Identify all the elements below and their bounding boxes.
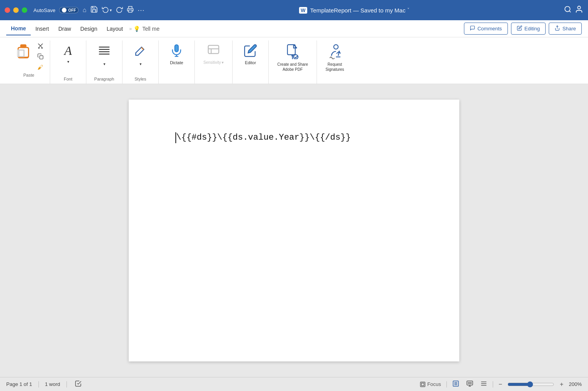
home-icon: ⌂ [82,7,86,14]
zoom-in-button[interactable]: + [558,380,565,389]
copy-button[interactable] [36,53,45,61]
sensitivity-arrow[interactable]: ▾ [222,60,224,65]
sensitivity-button[interactable]: Sensitivity ▾ [201,42,226,66]
paste-button[interactable] [12,42,34,62]
styles-label: Styles [135,77,146,84]
document-content[interactable]: \{{#ds}}\{{ds.value.Year}}\{{/ds}} [175,131,413,144]
menu-home[interactable]: Home [6,22,31,35]
document-page[interactable]: \{{#ds}}\{{ds.value.Year}}\{{/ds}} [129,100,459,361]
focus-button[interactable]: Focus [418,380,443,388]
menu-insert[interactable]: Insert [31,23,54,35]
comments-icon [470,25,475,32]
save-button[interactable] [90,5,98,15]
tell-me-area[interactable]: 💡 Tell me [133,26,159,32]
zoom-out-button[interactable]: − [497,380,504,389]
paragraph-button[interactable]: ▾ [93,42,116,68]
undo-icon [102,6,109,14]
ribbon-group-paste: 🖌 Paste [6,40,50,84]
svg-point-10 [42,47,43,49]
paragraph-label: Paragraph [94,77,114,84]
pdf-label: Create and ShareAdobe PDF [277,62,308,72]
status-right: Focus [418,379,582,389]
svg-rect-19 [175,45,178,52]
zoom-slider[interactable] [508,381,554,387]
toggle-state: OFF [68,8,76,12]
title-chevron-icon[interactable]: ˅ [407,7,410,13]
format-painter-button[interactable]: 🖌 [36,63,45,71]
paragraph-arrow[interactable]: ▾ [103,62,105,66]
outline-view-button[interactable] [479,379,489,389]
svg-point-3 [578,6,580,9]
search-button[interactable] [564,5,572,15]
share-label: Share [562,26,576,32]
dictate-icon [170,44,184,59]
editor-button[interactable]: Editor [239,42,262,67]
menu-draw[interactable]: Draw [54,23,76,35]
ribbon: 🖌 Paste A ▾ font [0,37,588,84]
print-icon [127,6,134,14]
share-button[interactable]: Share [549,23,582,35]
dictate-button[interactable]: Dictate [165,42,188,67]
signatures-label: RequestSignatures [326,62,344,72]
editing-icon [517,25,522,32]
paste-side-buttons: 🖌 [36,42,45,71]
comments-button[interactable]: Comments [464,23,508,35]
menu-layout[interactable]: Layout [102,23,128,35]
title-bar-center: W TemplateReport — Saved to my Mac ˅ [148,7,561,14]
status-sep-2 [66,381,67,387]
close-button[interactable] [5,7,10,13]
ribbon-group-editor: Editor [233,40,269,84]
ribbon-group-sensitivity: Sensitivity ▾ [195,40,233,84]
zoom-level: 200% [569,381,582,387]
web-layout-button[interactable] [465,379,475,389]
paste-group: 🖌 Paste [12,42,45,80]
fullscreen-button[interactable] [22,7,27,13]
create-pdf-button[interactable]: Create and ShareAdobe PDF [275,42,310,74]
toggle-circle [62,8,66,12]
svg-point-27 [334,45,338,49]
ribbon-group-paragraph: ▾ Paragraph [86,40,122,84]
font-group-items: A ▾ [56,40,80,77]
status-sep-1 [38,381,39,387]
document-title: W TemplateReport — Saved to my Mac ˅ [299,7,409,14]
signatures-group-items: RequestSignatures [323,40,346,84]
signatures-icon [328,44,342,60]
editor-group-items: Editor [239,40,262,84]
pdf-group-items: Create and ShareAdobe PDF [275,40,310,84]
comments-label: Comments [478,26,502,32]
redo-button[interactable] [116,6,123,14]
more-button[interactable]: ··· [138,6,145,14]
title-text: TemplateReport — Saved to my Mac [310,7,406,14]
font-arrow[interactable]: ▾ [67,60,69,64]
print-button[interactable] [127,6,134,14]
home-button[interactable]: ⌂ [82,7,86,14]
focus-label: Focus [427,381,441,387]
editing-label: Editing [525,26,540,32]
font-icon: A [64,44,72,58]
share-icon [555,25,560,32]
status-bar: Page 1 of 1 1 word Focus [0,377,588,391]
minimize-button[interactable] [13,7,19,13]
font-button[interactable]: A ▾ [56,42,80,65]
title-bar-right [564,5,583,16]
menu-design[interactable]: Design [76,23,102,35]
paragraph-group-items: ▾ [93,40,116,77]
paste-icon [16,44,31,60]
print-layout-button[interactable] [451,379,461,389]
styles-arrow[interactable]: ▾ [140,62,142,66]
save-icon [90,5,98,15]
status-sep-3 [446,381,447,387]
styles-button[interactable]: ▾ [129,42,152,68]
page-info: Page 1 of 1 [6,381,32,387]
request-signatures-button[interactable]: RequestSignatures [323,42,346,74]
profile-button[interactable] [575,5,583,16]
cut-button[interactable] [36,42,45,51]
ribbon-group-signatures: RequestSignatures [317,40,353,84]
spelling-check-button[interactable] [73,379,83,389]
undo-arrow[interactable]: ▾ [110,8,112,13]
content-line: \{{#ds}}\{{ds.value.Year}}\{{/ds}} [175,131,413,144]
sensitivity-label: Sensitivity [203,60,221,65]
autosave-toggle[interactable]: OFF [59,7,79,13]
editing-button[interactable]: Editing [511,23,546,35]
undo-button[interactable]: ▾ [102,6,112,14]
